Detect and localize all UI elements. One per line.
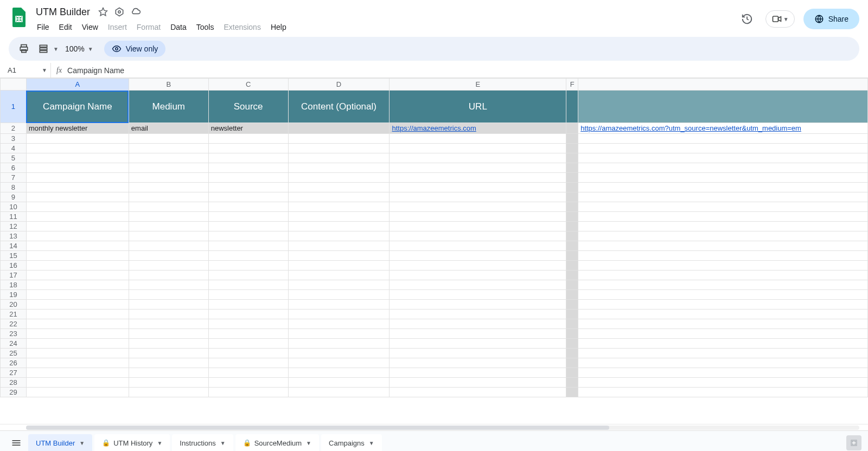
row-header-28[interactable]: 28 bbox=[1, 378, 27, 388]
row-header-17[interactable]: 17 bbox=[1, 270, 27, 280]
tab-label: UTM Builder bbox=[36, 439, 75, 447]
zoom-select[interactable]: 100% ▼ bbox=[61, 44, 98, 53]
document-title[interactable]: UTM Builder bbox=[33, 5, 93, 19]
row-header-3[interactable]: 3 bbox=[1, 134, 27, 144]
row-header-6[interactable]: 6 bbox=[1, 163, 27, 173]
menu-format: Format bbox=[132, 21, 165, 34]
cell-f2[interactable] bbox=[566, 123, 578, 134]
row-header-24[interactable]: 24 bbox=[1, 339, 27, 349]
cell-d2[interactable] bbox=[288, 123, 390, 134]
share-button[interactable]: Share bbox=[803, 9, 859, 29]
cell-c1[interactable]: Source bbox=[208, 91, 288, 123]
tab-sourcemedium[interactable]: 🔒SourceMedium▼ bbox=[235, 434, 319, 452]
cell-f1[interactable] bbox=[566, 91, 578, 123]
row-header-16[interactable]: 16 bbox=[1, 261, 27, 270]
row-header-7[interactable]: 7 bbox=[1, 173, 27, 183]
cell-e2[interactable]: https://amazeemetrics.com bbox=[390, 123, 566, 134]
filter-views-button[interactable]: ▼ bbox=[35, 40, 59, 57]
col-header-d[interactable]: D bbox=[288, 79, 390, 91]
row-header-21[interactable]: 21 bbox=[1, 310, 27, 319]
row-header-15[interactable]: 15 bbox=[1, 251, 27, 261]
menu-data[interactable]: Data bbox=[166, 21, 191, 34]
tab-utm-builder[interactable]: UTM Builder▼ bbox=[28, 434, 92, 452]
chevron-down-icon: ▼ bbox=[220, 440, 226, 446]
cell-b1[interactable]: Medium bbox=[129, 91, 208, 123]
svg-rect-16 bbox=[12, 442, 21, 443]
row-header-2[interactable]: 2 bbox=[1, 123, 27, 134]
horizontal-scrollbar[interactable] bbox=[0, 424, 868, 430]
chevron-down-icon: ▼ bbox=[369, 440, 374, 446]
row-header-4[interactable]: 4 bbox=[1, 144, 27, 153]
row-header-18[interactable]: 18 bbox=[1, 280, 27, 290]
menu-view[interactable]: View bbox=[78, 21, 103, 34]
row-header-9[interactable]: 9 bbox=[1, 192, 27, 202]
sheets-logo-icon[interactable] bbox=[9, 7, 30, 28]
cell-e1[interactable]: URL bbox=[390, 91, 566, 123]
toolbar: ▼ 100% ▼ View only bbox=[9, 37, 859, 61]
meet-button[interactable]: ▼ bbox=[765, 10, 795, 28]
name-box[interactable]: A1 ▼ bbox=[4, 63, 51, 78]
tab-label: SourceMedium bbox=[254, 439, 302, 447]
row-header-20[interactable]: 20 bbox=[1, 300, 27, 310]
chevron-down-icon: ▼ bbox=[306, 440, 311, 446]
cell-g1[interactable] bbox=[578, 91, 868, 123]
svg-rect-12 bbox=[40, 48, 47, 49]
row-header-10[interactable]: 10 bbox=[1, 202, 27, 212]
cell-c2[interactable]: newsletter bbox=[208, 123, 288, 134]
cloud-status-icon[interactable] bbox=[130, 7, 141, 17]
cell-b2[interactable]: email bbox=[129, 123, 208, 134]
all-sheets-icon[interactable] bbox=[7, 433, 26, 452]
select-all-corner[interactable] bbox=[1, 79, 27, 91]
name-box-value: A1 bbox=[8, 66, 16, 74]
formula-bar: A1 ▼ fx Campaign Name bbox=[0, 63, 868, 78]
tab-instructions[interactable]: Instructions▼ bbox=[172, 434, 233, 452]
col-header-c[interactable]: C bbox=[208, 79, 288, 91]
row-header-12[interactable]: 12 bbox=[1, 222, 27, 231]
col-header-b[interactable]: B bbox=[129, 79, 208, 91]
cell-a1[interactable]: Campaign Name bbox=[26, 91, 129, 123]
row-header-26[interactable]: 26 bbox=[1, 358, 27, 368]
history-icon[interactable] bbox=[737, 9, 757, 29]
row-header-25[interactable]: 25 bbox=[1, 349, 27, 358]
row-header-19[interactable]: 19 bbox=[1, 290, 27, 300]
explore-button[interactable] bbox=[846, 435, 861, 450]
row-header-11[interactable]: 11 bbox=[1, 212, 27, 222]
view-only-pill[interactable]: View only bbox=[104, 41, 166, 57]
menu-tools[interactable]: Tools bbox=[192, 21, 219, 34]
menu-edit[interactable]: Edit bbox=[55, 21, 76, 34]
row-header-5[interactable]: 5 bbox=[1, 153, 27, 163]
col-header-a[interactable]: A bbox=[26, 79, 129, 91]
cell-g2-link[interactable]: https://amazeemetrics.com?utm_source=new… bbox=[580, 124, 801, 132]
row-header-13[interactable]: 13 bbox=[1, 231, 27, 241]
col-header-g[interactable] bbox=[578, 79, 868, 91]
zoom-value: 100% bbox=[65, 44, 85, 53]
svg-rect-11 bbox=[40, 45, 47, 47]
row-header-22[interactable]: 22 bbox=[1, 319, 27, 329]
lock-icon: 🔒 bbox=[102, 439, 110, 447]
menu-help[interactable]: Help bbox=[266, 21, 291, 34]
col-header-f[interactable]: F bbox=[566, 79, 578, 91]
move-icon[interactable] bbox=[114, 7, 125, 17]
cell-d1[interactable]: Content (Optional) bbox=[288, 91, 390, 123]
sheet-tab-bar: UTM Builder▼ 🔒UTM History▼ Instructions▼… bbox=[0, 430, 868, 451]
row-header-8[interactable]: 8 bbox=[1, 183, 27, 192]
row-header-27[interactable]: 27 bbox=[1, 368, 27, 378]
tab-label: Instructions bbox=[180, 439, 215, 447]
formula-input[interactable]: Campaign Name bbox=[67, 66, 868, 75]
menu-file[interactable]: File bbox=[33, 21, 54, 34]
cell-a2[interactable]: monthly newsletter bbox=[26, 123, 129, 134]
cell-g2[interactable]: https://amazeemetrics.com?utm_source=new… bbox=[578, 123, 868, 134]
row-header-23[interactable]: 23 bbox=[1, 329, 27, 339]
fx-icon: fx bbox=[51, 66, 67, 75]
tab-campaigns[interactable]: Campaigns▼ bbox=[321, 434, 382, 452]
chevron-down-icon: ▼ bbox=[157, 440, 162, 446]
print-icon[interactable] bbox=[15, 40, 33, 57]
tab-utm-history[interactable]: 🔒UTM History▼ bbox=[94, 434, 170, 452]
cell-e2-link[interactable]: https://amazeemetrics.com bbox=[392, 124, 476, 132]
spreadsheet-grid[interactable]: A B C D E F 1 Campaign Name Medium Sourc… bbox=[0, 78, 868, 397]
row-header-29[interactable]: 29 bbox=[1, 388, 27, 397]
row-header-1[interactable]: 1 bbox=[1, 91, 27, 123]
star-icon[interactable] bbox=[98, 7, 108, 17]
row-header-14[interactable]: 14 bbox=[1, 241, 27, 251]
col-header-e[interactable]: E bbox=[390, 79, 566, 91]
